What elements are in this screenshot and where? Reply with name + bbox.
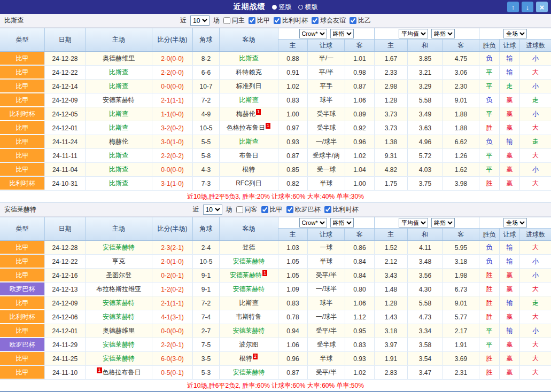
team-name[interactable]: 奥德赫维里 — [103, 326, 135, 335]
team-name[interactable]: 安德莱赫特 — [103, 340, 135, 349]
league-filter-checkbox[interactable]: 球会友谊 — [312, 16, 346, 25]
handicap-result-cell: 输 — [500, 324, 520, 338]
asian-home-odds-cell: 0.93 — [278, 135, 308, 148]
away-team-cell: 根特2 — [220, 352, 278, 365]
team-name[interactable]: 比斯查 — [109, 68, 128, 77]
team-name[interactable]: 根特 — [243, 165, 255, 174]
league-badge: 比甲 — [0, 149, 45, 162]
outcome-cell: 平 — [479, 163, 500, 176]
handicap-cell: 受平/半 — [308, 269, 345, 282]
team-name[interactable]: 比斯查 — [239, 96, 259, 105]
league-filter-checkbox[interactable]: 欧罗巴杯 — [286, 205, 321, 214]
bookmaker-select[interactable]: Crow* — [299, 29, 327, 38]
team-name[interactable]: 色格拉布鲁日 — [103, 368, 141, 377]
asian-home-odds-cell: 1.09 — [278, 283, 308, 296]
team-name[interactable]: 安德莱赫特 — [233, 257, 265, 266]
scope-select[interactable]: 全场 — [503, 218, 527, 228]
team-name[interactable]: 安德莱赫特 — [103, 354, 135, 363]
handicap-cell: 半球 — [308, 177, 345, 190]
window-title: 近期战绩 — [234, 2, 266, 12]
euro-home-odds-cell: 3.73 — [375, 121, 408, 135]
handicap-cell: 球半 — [308, 93, 345, 107]
team-name[interactable]: 比斯查 — [239, 54, 259, 63]
team-name[interactable]: 布拉格斯拉维亚 — [96, 285, 141, 294]
team-name[interactable]: 安德莱赫特 — [233, 368, 265, 377]
team-name[interactable]: 梅赫伦 — [236, 109, 255, 119]
scope-select[interactable]: 全场 — [503, 29, 527, 38]
final-odds-select[interactable]: 终指 — [330, 218, 354, 228]
goals-result-cell: 小 — [520, 80, 551, 93]
same-venue-checkbox[interactable]: 同主 — [223, 16, 245, 25]
match-count-select[interactable]: 10 — [203, 205, 222, 215]
team-name[interactable]: 比斯查 — [109, 123, 128, 132]
team-name[interactable]: 韦斯特鲁 — [236, 312, 262, 322]
team-name[interactable]: 比斯查 — [109, 179, 128, 188]
team-name[interactable]: 安德莱赫特 — [233, 326, 265, 335]
final-odds-select-2[interactable]: 终指 — [431, 29, 455, 38]
team-name[interactable]: 亨克 — [112, 257, 125, 266]
team-name[interactable]: 梅赫伦 — [109, 137, 128, 146]
team-name[interactable]: 登德 — [243, 243, 255, 252]
team-name[interactable]: 奥德赫维里 — [103, 54, 135, 63]
scroll-up-button[interactable]: ↑ — [507, 2, 519, 12]
handicap-cell: 球半 — [308, 296, 345, 310]
scroll-down-button[interactable]: ↓ — [522, 2, 533, 12]
average-select[interactable]: 平均值 — [399, 218, 428, 228]
euro-draw-odds-cell: 3.75 — [408, 177, 443, 190]
asian-away-odds-cell: 1.00 — [345, 177, 375, 190]
score-cell: 2-2(0-2) — [152, 149, 193, 162]
team-name[interactable]: 安德莱赫特 — [230, 271, 262, 280]
team-name[interactable]: 安德莱赫特 — [103, 312, 135, 322]
team-name[interactable]: 比斯查 — [109, 165, 128, 174]
handicap-result-cell: 输 — [500, 296, 520, 310]
table-row: 比利时杯 24-10-31 比斯查 3-1(1-0) 7-3 RFC列日 0.8… — [0, 177, 551, 191]
team-name[interactable]: 根特 — [239, 354, 252, 363]
home-team-cell: 布拉格斯拉维亚 — [86, 283, 152, 296]
team-name[interactable]: 比斯查 — [109, 82, 128, 91]
team-name[interactable]: 标准列日 — [236, 82, 262, 91]
corner-cell: 5-3 — [193, 366, 220, 379]
layout-radio-horizontal[interactable]: 横版 — [298, 3, 318, 12]
league-filter-checkbox[interactable]: 比甲 — [261, 205, 283, 214]
col-header-away: 客场 — [220, 28, 278, 51]
average-select[interactable]: 平均值 — [399, 29, 428, 38]
col-header-type: 类型 — [0, 217, 45, 240]
team-name[interactable]: 比斯查 — [239, 299, 259, 308]
asian-home-odds-cell: 0.88 — [278, 52, 308, 65]
team-name[interactable]: 安德莱赫特 — [103, 299, 135, 308]
title-bar: 近期战绩 竖版 横版 ↑ ↓ × — [0, 0, 551, 14]
league-filter-checkbox[interactable]: 比乙 — [350, 16, 371, 25]
league-filter-checkbox[interactable]: 比利时杯 — [324, 205, 359, 214]
team-name[interactable]: 比斯查 — [109, 151, 128, 160]
asian-home-odds-cell: 0.82 — [278, 177, 308, 190]
handicap-cell: 受一球 — [308, 163, 345, 176]
team-name[interactable]: 色格拉布鲁日 — [227, 123, 265, 132]
same-venue-checkbox[interactable]: 同客 — [236, 205, 258, 214]
match-count-select[interactable]: 10 — [190, 15, 209, 26]
asian-away-odds-cell: 0.93 — [345, 352, 375, 365]
home-team-cell: 安德莱赫特 — [86, 93, 152, 107]
date-cell: 24-12-01 — [45, 121, 86, 135]
col-header-asian-away: 客 — [345, 229, 374, 240]
bookmaker-select[interactable]: Crow* — [299, 218, 327, 228]
team-name[interactable]: RFC列日 — [236, 179, 262, 188]
team-name[interactable]: 比斯查 — [239, 137, 259, 146]
team-name[interactable]: 圣图尔登 — [106, 271, 131, 280]
layout-radio-vertical[interactable]: 竖版 — [272, 3, 292, 12]
team-name[interactable]: 安德莱赫特 — [103, 96, 135, 105]
team-name[interactable]: 安德莱赫特 — [233, 285, 265, 294]
team-name[interactable]: 布鲁日 — [239, 151, 259, 160]
euro-draw-odds-cell: 3.58 — [408, 338, 443, 351]
home-team-cell: 圣图尔登 — [86, 269, 152, 282]
corner-cell: 10-5 — [193, 121, 220, 135]
team-name[interactable]: 波尔图 — [239, 340, 259, 349]
final-odds-select[interactable]: 终指 — [330, 29, 354, 38]
team-name[interactable]: 科特赖克 — [236, 68, 262, 77]
final-odds-select-2[interactable]: 终指 — [431, 218, 455, 228]
team-name[interactable]: 安德莱赫特 — [103, 243, 135, 252]
league-filter-checkbox[interactable]: 比利时杯 — [274, 16, 308, 25]
close-button[interactable]: × — [536, 2, 548, 12]
league-filter-checkbox[interactable]: 比甲 — [249, 16, 270, 25]
team-name[interactable]: 比斯查 — [109, 109, 128, 119]
home-team-cell: 比斯查 — [86, 107, 152, 121]
